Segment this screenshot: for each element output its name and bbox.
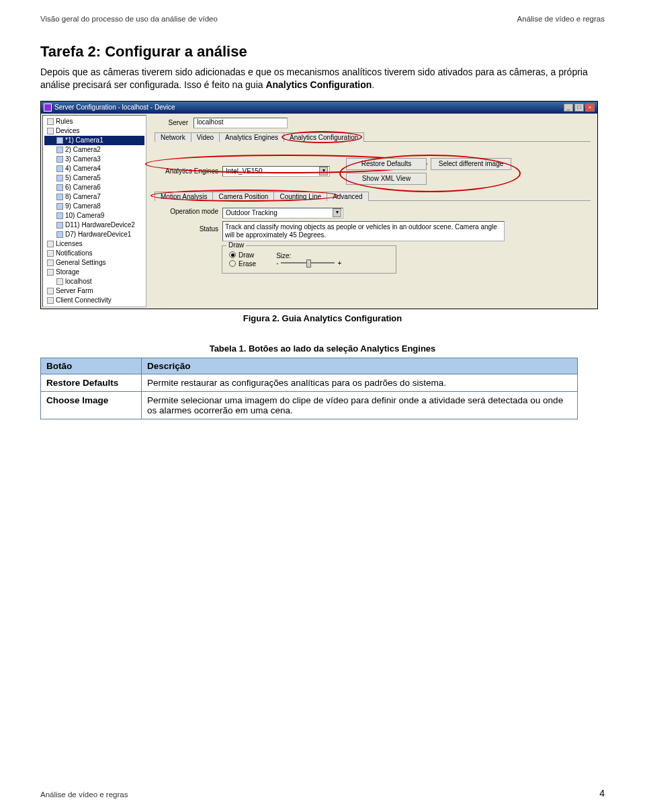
figure-caption: Figura 2. Guia Analytics Configuration <box>40 313 605 323</box>
th-descricao: Descrição <box>142 358 578 374</box>
status-label: Status <box>155 221 218 233</box>
tab-network[interactable]: Network <box>155 132 191 142</box>
top-tabs: Network Video Analytics Engines Analytic… <box>155 132 591 142</box>
task-text-end: . <box>372 79 374 90</box>
td-choose-desc: Permite selecionar uma imagem do clipe d… <box>142 391 578 419</box>
tree-general[interactable]: General Settings <box>56 258 106 268</box>
general-icon <box>47 259 54 266</box>
show-xml-button[interactable]: Show XML View <box>346 173 427 185</box>
td-restore: Restore Defaults <box>41 374 142 391</box>
subtab-advanced[interactable]: Advanced <box>327 192 368 201</box>
tree-storage[interactable]: Storage <box>56 268 79 277</box>
storage-icon <box>47 269 54 276</box>
th-botao: Botão <box>41 358 142 374</box>
tree-camera[interactable]: 4) Camera4 <box>65 164 101 173</box>
radio-icon <box>229 251 236 258</box>
minimize-button[interactable]: _ <box>564 104 573 112</box>
task-title: Tarefa 2: Configurar a análise <box>40 43 605 60</box>
subtab-counting-line[interactable]: Counting Line <box>273 192 327 201</box>
localhost-icon <box>56 278 63 285</box>
opmode-value: Outdoor Tracking <box>226 209 277 216</box>
camera-icon <box>56 222 63 229</box>
rules-icon <box>47 118 54 125</box>
restore-defaults-button[interactable]: Restore Defaults <box>346 158 427 170</box>
td-restore-desc: Permite restaurar as configurações analí… <box>142 374 578 391</box>
subtab-motion[interactable]: Motion Analysis <box>155 192 213 201</box>
buttons-table: Botão Descrição Restore Defaults Permite… <box>40 358 578 419</box>
window-title: Server Configuration - localhost - Devic… <box>54 104 175 111</box>
radio-icon <box>229 260 236 267</box>
engine-dropdown[interactable]: Intel_VE150 ▾ <box>222 166 330 177</box>
tree-camera[interactable]: 5) Camera5 <box>65 173 101 183</box>
camera-icon <box>56 156 63 163</box>
chevron-down-icon[interactable]: ▾ <box>319 167 328 175</box>
maximize-button[interactable]: □ <box>574 104 584 112</box>
page-number: 4 <box>599 788 605 799</box>
table-caption: Tabela 1. Botões ao lado da seleção Anal… <box>40 343 605 354</box>
header-right: Análise de vídeo e regras <box>517 15 605 23</box>
tree-camera[interactable]: 3) Camera3 <box>65 155 101 164</box>
camera-icon <box>56 212 63 219</box>
tab-analytics-configuration[interactable]: Analytics Configuration <box>284 132 364 142</box>
size-label: Size: <box>276 252 341 259</box>
camera-icon <box>56 147 63 153</box>
radio-label: Draw <box>239 251 254 259</box>
tree-camera[interactable]: D7) HardwareDevice1 <box>65 230 131 239</box>
select-image-button[interactable]: Select different image <box>431 158 511 170</box>
engine-label: Analytics Engines <box>155 167 218 175</box>
tree-camera[interactable]: *1) Camera1 <box>65 136 103 145</box>
server-config-window: Server Configuration - localhost - Devic… <box>40 101 598 309</box>
navigation-tree[interactable]: Rules Devices *1) Camera1 2) Camera2 3) … <box>42 115 146 307</box>
task-text-bold: Analytics Configuration <box>265 79 372 90</box>
radio-erase[interactable]: Erase <box>229 260 256 268</box>
draw-groupbox: Draw Draw Erase Size: <box>222 245 396 274</box>
slider-thumb-icon[interactable] <box>306 259 311 268</box>
tree-camera[interactable]: 2) Camera2 <box>65 145 101 155</box>
camera-icon <box>56 175 63 181</box>
slider-minus: - <box>276 259 278 267</box>
header-left: Visão geral do processo de uso da anális… <box>40 15 218 23</box>
tree-notifications[interactable]: Notifications <box>56 249 92 258</box>
tree-licenses[interactable]: Licenses <box>56 239 82 249</box>
size-slider[interactable] <box>281 262 335 263</box>
tree-localhost[interactable]: localhost <box>65 277 91 286</box>
server-input[interactable]: localhost <box>194 118 288 128</box>
radio-label: Erase <box>239 260 256 268</box>
subtab-camera-position[interactable]: Camera Position <box>212 192 274 201</box>
tree-client[interactable]: Client Connectivity <box>56 296 112 305</box>
draw-legend: Draw <box>226 241 246 249</box>
tree-camera[interactable]: 10) Camera9 <box>65 211 104 220</box>
opmode-label: Operation mode <box>155 208 218 215</box>
task-paragraph: Depois que as câmeras tiverem sido adici… <box>40 66 605 91</box>
devices-icon <box>47 128 54 134</box>
tree-rules[interactable]: Rules <box>56 117 73 126</box>
radio-draw[interactable]: Draw <box>229 251 256 259</box>
tab-video[interactable]: Video <box>191 132 220 142</box>
chevron-down-icon[interactable]: ▾ <box>333 208 341 217</box>
tab-label: Analytics Configuration <box>290 134 358 141</box>
tree-camera[interactable]: 9) Camera8 <box>65 202 101 211</box>
client-icon <box>47 297 54 304</box>
camera-icon <box>56 194 63 200</box>
titlebar: Server Configuration - localhost - Devic… <box>41 102 597 114</box>
camera-icon <box>56 137 63 144</box>
tree-camera[interactable]: 6) Camera6 <box>65 183 101 192</box>
slider-plus: + <box>337 259 341 267</box>
tree-camera[interactable]: D11) HardwareDevice2 <box>65 220 135 230</box>
engine-value: Intel_VE150 <box>226 167 263 175</box>
status-textarea: Track and classify moving objects as peo… <box>222 221 505 241</box>
tab-analytics-engines[interactable]: Analytics Engines <box>219 132 284 142</box>
server-label: Server <box>155 119 188 126</box>
td-choose: Choose Image <box>41 391 142 419</box>
camera-icon <box>56 184 63 191</box>
app-icon <box>44 104 52 112</box>
opmode-dropdown[interactable]: Outdoor Tracking ▾ <box>222 208 343 218</box>
licenses-icon <box>47 241 54 247</box>
tree-camera[interactable]: 8) Camera7 <box>65 192 101 202</box>
footer-left: Análise de vídeo e regras <box>40 790 128 799</box>
tree-farm[interactable]: Server Farm <box>56 286 93 296</box>
tree-devices[interactable]: Devices <box>56 126 80 136</box>
camera-icon <box>56 203 63 210</box>
close-button[interactable]: × <box>585 104 595 112</box>
farm-icon <box>47 288 54 294</box>
